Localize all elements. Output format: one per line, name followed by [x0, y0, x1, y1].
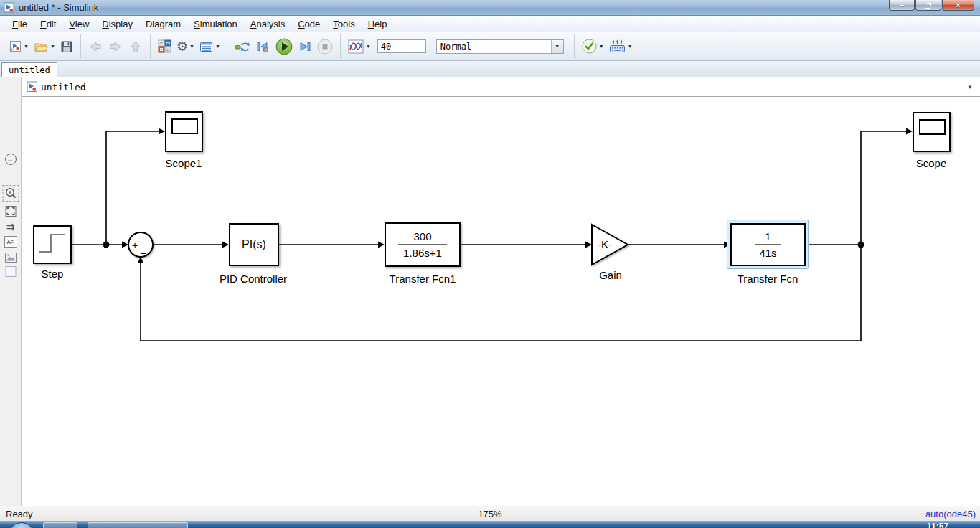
- step-signal-icon: [36, 228, 69, 261]
- taskbar-button[interactable]: [43, 522, 77, 528]
- deploy-hardware-button[interactable]: ▼: [607, 37, 634, 57]
- open-button[interactable]: ▼: [32, 37, 57, 57]
- status-bar: Ready 175% auto(ode45): [0, 506, 980, 521]
- step-block[interactable]: [33, 225, 72, 264]
- fit-to-view-button[interactable]: [4, 204, 17, 218]
- transfer-fcn-denominator: 41s: [759, 246, 776, 260]
- toolbar: ▼ ▼: [0, 32, 980, 61]
- hide-browser-button[interactable]: ←: [5, 154, 17, 165]
- gear-icon: ⚙: [176, 40, 188, 53]
- canvas-right-edge: [974, 97, 974, 506]
- new-model-button[interactable]: ▼: [6, 37, 30, 57]
- open-caret-icon: ▼: [50, 44, 55, 49]
- zoom-in-icon: [4, 187, 17, 200]
- scope-block-label: Scope: [903, 157, 960, 169]
- back-arrow-icon: [88, 39, 103, 54]
- transfer-fcn-block[interactable]: 1 41s: [730, 223, 806, 266]
- minimize-button[interactable]: –: [889, 0, 915, 11]
- stop-time-input[interactable]: [377, 39, 426, 53]
- step-forward-icon: [298, 39, 312, 54]
- stop-button[interactable]: [315, 37, 335, 57]
- stop-icon: [316, 38, 334, 55]
- menu-display[interactable]: Display: [95, 16, 139, 32]
- transfer-fcn1-fraction: 300 1.86s+1: [398, 230, 447, 260]
- pid-controller-block[interactable]: PI(s): [229, 223, 279, 266]
- signal-routing-button[interactable]: ⇉: [6, 221, 15, 232]
- gain-block-label: Gain: [582, 269, 639, 281]
- close-button[interactable]: ×: [942, 0, 974, 11]
- simulation-data-inspector-button[interactable]: ▼: [346, 37, 372, 57]
- image-icon: [4, 251, 17, 264]
- simulink-app-icon: [4, 2, 15, 14]
- annotation-icon: A≡: [4, 236, 17, 248]
- transfer-fcn1-numerator: 300: [413, 230, 431, 243]
- model-canvas[interactable]: + _ -K- Step Scope1 PI(s) PID Controller…: [22, 97, 980, 506]
- status-solver[interactable]: auto(ode45): [925, 509, 976, 519]
- menu-diagram[interactable]: Diagram: [139, 16, 187, 32]
- deploy-hardware-icon: [608, 39, 626, 54]
- toolbar-separator: [150, 34, 151, 59]
- tab-label: untitled: [9, 65, 50, 75]
- taskbar-button[interactable]: [88, 522, 188, 528]
- library-browser-button[interactable]: [156, 37, 174, 57]
- scope1-screen: [171, 118, 198, 134]
- sim-mode-select[interactable]: Normal ▼: [436, 39, 564, 54]
- status-zoom-level: 175%: [0, 509, 980, 519]
- run-button[interactable]: [273, 37, 295, 57]
- new-model-caret-icon: ▼: [24, 44, 29, 49]
- restore-button[interactable]: [915, 0, 941, 11]
- wire-junction-dot: [858, 242, 864, 248]
- forward-arrow-icon: [108, 39, 123, 54]
- update-diagram-icon: [234, 39, 250, 54]
- menu-simulation[interactable]: Simulation: [187, 16, 244, 32]
- deploy-caret-icon: ▼: [628, 44, 633, 49]
- windows-taskbar: 11:57: [0, 521, 980, 528]
- zoom-tool-button[interactable]: [2, 185, 19, 202]
- update-diagram-button[interactable]: [232, 37, 252, 57]
- minimize-icon: –: [900, 1, 904, 9]
- sum-minus-sign: _: [140, 242, 146, 254]
- menu-view[interactable]: View: [62, 16, 95, 32]
- title-bar[interactable]: untitled * - Simulink – ×: [0, 0, 980, 16]
- library-browser-icon: [157, 39, 172, 54]
- tab-untitled[interactable]: untitled: [1, 62, 57, 77]
- step-forward-button[interactable]: [296, 37, 314, 57]
- transfer-fcn-fraction: 1 41s: [755, 230, 781, 260]
- box-area-icon: [5, 266, 16, 277]
- forward-button[interactable]: [106, 37, 125, 57]
- scope-block[interactable]: [913, 112, 951, 152]
- up-to-parent-button[interactable]: [126, 37, 145, 57]
- menu-edit[interactable]: Edit: [34, 16, 62, 32]
- up-arrow-icon: [128, 39, 143, 54]
- model-advisor-check-icon: [581, 38, 598, 55]
- scope1-block-label: Scope1: [155, 157, 212, 169]
- start-orb[interactable]: [9, 522, 34, 528]
- fit-to-view-icon: [4, 204, 17, 218]
- breadcrumb-dropdown-icon[interactable]: ▼: [967, 84, 973, 90]
- model-settings-button[interactable]: ⚙ ▼: [175, 37, 196, 57]
- back-button[interactable]: [86, 37, 105, 57]
- menu-tools[interactable]: Tools: [326, 16, 361, 32]
- palette-sidebar: ← ⇉ A≡: [0, 77, 22, 506]
- scope1-block[interactable]: [165, 111, 203, 152]
- image-annotation-button[interactable]: [4, 251, 17, 264]
- menu-file[interactable]: File: [6, 16, 34, 32]
- annotation-button[interactable]: A≡: [4, 236, 17, 248]
- save-button[interactable]: [58, 37, 75, 57]
- step-back-button[interactable]: [253, 37, 272, 57]
- menu-code[interactable]: Code: [291, 16, 326, 32]
- box-area-button[interactable]: [5, 266, 16, 277]
- model-advisor-caret-icon: ▼: [599, 44, 604, 49]
- model-advisor-button[interactable]: ▼: [580, 37, 606, 57]
- run-icon: [275, 37, 293, 56]
- configuration-caret-icon: ▼: [215, 44, 220, 49]
- window-title: untitled * - Simulink: [19, 2, 98, 13]
- transfer-fcn1-block[interactable]: 300 1.86s+1: [385, 222, 461, 267]
- menu-analysis[interactable]: Analysis: [244, 16, 291, 32]
- menu-help[interactable]: Help: [362, 16, 394, 32]
- breadcrumb[interactable]: untitled: [41, 82, 86, 93]
- toolbar-separator: [574, 34, 575, 59]
- model-configuration-button[interactable]: ▼: [197, 37, 222, 57]
- settings-caret-icon: ▼: [189, 44, 194, 49]
- transfer-fcn1-denominator: 1.86s+1: [403, 246, 442, 260]
